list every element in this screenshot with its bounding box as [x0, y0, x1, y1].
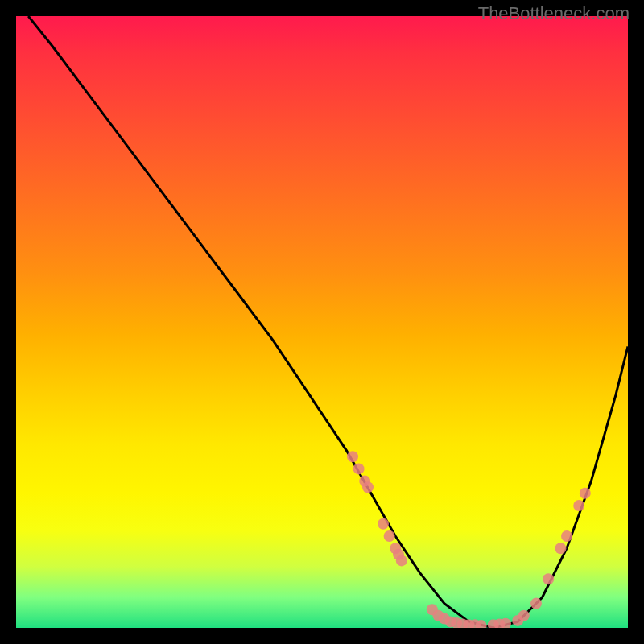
- scatter-point: [362, 481, 374, 493]
- scatter-points: [347, 451, 591, 628]
- scatter-point: [347, 451, 358, 462]
- scatter-point: [530, 598, 542, 609]
- scatter-point: [573, 500, 584, 511]
- scatter-point: [518, 610, 530, 621]
- scatter-point: [396, 555, 407, 566]
- scatter-point: [555, 543, 566, 554]
- scatter-point: [561, 530, 572, 542]
- scatter-point: [384, 530, 395, 542]
- scatter-point: [580, 488, 591, 499]
- chart-svg: [16, 16, 628, 628]
- curve-path: [28, 16, 628, 628]
- watermark-text: TheBottleneck.com: [478, 3, 630, 24]
- scatter-point: [378, 518, 389, 530]
- scatter-point: [353, 463, 365, 474]
- scatter-point: [543, 573, 554, 584]
- plot-area: [16, 16, 628, 628]
